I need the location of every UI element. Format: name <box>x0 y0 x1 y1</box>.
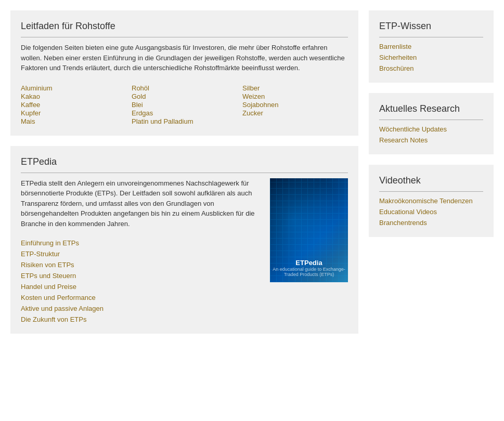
link-weizen[interactable]: Weizen <box>242 93 265 100</box>
link-kaffee[interactable]: Kaffee <box>21 101 40 109</box>
etpedia-image-label: ETPedia <box>270 259 348 267</box>
left-column: Leitfaden für Rohstoffe Die folgenden Se… <box>10 10 358 334</box>
rohstoffe-links-grid: Aluminium Kakao Kaffee Kupfer Mais Rohöl… <box>21 84 348 125</box>
link-research-notes[interactable]: Research Notes <box>379 136 483 144</box>
link-zukunft[interactable]: Die Zukunft von ETPs <box>21 315 260 323</box>
etpedia-description: ETPedia stellt den Anlegern ein unvorein… <box>21 178 260 229</box>
rohstoffe-card: Leitfaden für Rohstoffe Die folgenden Se… <box>10 10 358 136</box>
link-platin[interactable]: Platin und Palladium <box>132 117 193 125</box>
link-kupfer[interactable]: Kupfer <box>21 109 41 117</box>
aktuelles-research-links: Wöchentliche Updates Research Notes <box>379 125 483 144</box>
etpedia-left: ETPedia stellt den Anlegern ein unvorein… <box>21 178 260 324</box>
etpedia-title: ETPedia <box>21 156 348 173</box>
link-educational[interactable]: Educational Videos <box>379 208 483 216</box>
rohstoffe-col1: Aluminium Kakao Kaffee Kupfer Mais <box>21 84 126 125</box>
videothek-links: Makroökonomische Tendenzen Educational V… <box>379 197 483 227</box>
link-woechentliche-updates[interactable]: Wöchentliche Updates <box>379 125 483 133</box>
etpedia-image: ETPedia An educational guide to Exchange… <box>270 178 348 282</box>
etpedia-links: Einführung in ETPs ETP-Struktur Risiken … <box>21 239 260 323</box>
link-makro[interactable]: Makroökonomische Tendenzen <box>379 197 483 205</box>
etpedia-image-sublabel: An educational guide to Exchange-Traded … <box>270 267 348 277</box>
link-einfuehrung[interactable]: Einführung in ETPs <box>21 239 260 247</box>
etp-wissen-card: ETP-Wissen Barrenliste Sicherheiten Bros… <box>369 10 494 83</box>
link-barrenliste[interactable]: Barrenliste <box>379 43 483 50</box>
link-kakao[interactable]: Kakao <box>21 93 40 100</box>
right-column: ETP-Wissen Barrenliste Sicherheiten Bros… <box>369 10 494 334</box>
link-steuern[interactable]: ETPs und Steuern <box>21 272 260 280</box>
etp-wissen-title: ETP-Wissen <box>379 21 483 37</box>
page-layout: Leitfaden für Rohstoffe Die folgenden Se… <box>10 10 494 334</box>
videothek-card: Videothek Makroökonomische Tendenzen Edu… <box>369 165 494 237</box>
link-branchentrends[interactable]: Branchentrends <box>379 219 483 227</box>
link-rohoel[interactable]: Rohöl <box>132 84 149 92</box>
link-risiken[interactable]: Risiken von ETPs <box>21 261 260 269</box>
aktuelles-research-card: Aktuelles Research Wöchentliche Updates … <box>369 93 494 154</box>
link-aktive[interactable]: Aktive und passive Anlagen <box>21 305 260 312</box>
link-silber[interactable]: Silber <box>242 84 260 92</box>
link-gold[interactable]: Gold <box>132 93 146 100</box>
link-sojabohnen[interactable]: Sojabohnen <box>242 101 278 109</box>
etpedia-content: ETPedia stellt den Anlegern ein unvorein… <box>21 178 348 324</box>
rohstoffe-col2: Rohöl Gold Blei Erdgas Platin und Pallad… <box>132 84 237 125</box>
link-zucker[interactable]: Zucker <box>242 109 263 117</box>
link-etp-struktur[interactable]: ETP-Struktur <box>21 250 260 258</box>
rohstoffe-title: Leitfaden für Rohstoffe <box>21 21 348 37</box>
link-erdgas[interactable]: Erdgas <box>132 109 153 117</box>
rohstoffe-description: Die folgenden Seiten bieten eine gute Au… <box>21 43 348 73</box>
etp-wissen-links: Barrenliste Sicherheiten Broschüren <box>379 43 483 72</box>
link-handel[interactable]: Handel und Preise <box>21 283 260 291</box>
aktuelles-research-title: Aktuelles Research <box>379 103 483 120</box>
link-kosten[interactable]: Kosten und Performance <box>21 294 260 301</box>
etpedia-card: ETPedia ETPedia stellt den Anlegern ein … <box>10 146 358 334</box>
link-aluminium[interactable]: Aluminium <box>21 84 53 92</box>
videothek-title: Videothek <box>379 175 483 192</box>
link-sicherheiten[interactable]: Sicherheiten <box>379 54 483 61</box>
link-broschueren[interactable]: Broschüren <box>379 64 483 72</box>
rohstoffe-col3: Silber Weizen Sojabohnen Zucker <box>242 84 348 125</box>
link-mais[interactable]: Mais <box>21 117 35 125</box>
link-blei[interactable]: Blei <box>132 101 143 109</box>
